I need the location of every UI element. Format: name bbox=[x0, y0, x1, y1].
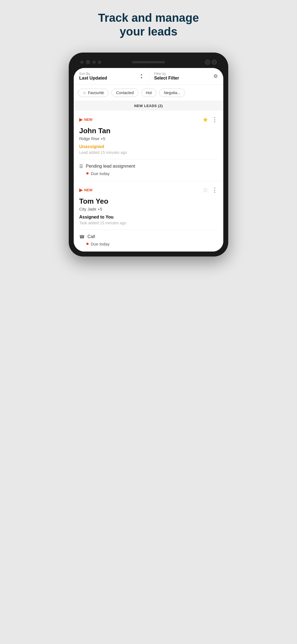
filter-by-label: Filter by bbox=[154, 72, 179, 76]
new-leads-header: NEW LEADS (2) bbox=[74, 101, 223, 111]
star-icon: ☆ bbox=[83, 91, 86, 95]
speaker-bar bbox=[132, 61, 165, 63]
tag-contacted[interactable]: Contacted bbox=[111, 89, 138, 97]
sort-arrows-icon: ▲ ▼ bbox=[140, 73, 143, 79]
task-label-2: Call bbox=[87, 234, 95, 239]
due-row-2: Due today bbox=[86, 242, 218, 246]
lead-task: ☰ Pending lead assignment Due today bbox=[79, 159, 218, 181]
phone-notch bbox=[74, 58, 223, 68]
lead-card-actions-2: ☆ ⋮ bbox=[202, 187, 218, 194]
lead-name-2: Tom Yeo bbox=[79, 197, 218, 206]
filter-icon: ⚙ bbox=[213, 73, 218, 79]
due-text: Due today bbox=[91, 171, 109, 176]
due-text-2: Due today bbox=[91, 242, 109, 246]
notch-dot-2 bbox=[86, 60, 90, 64]
phone-frame: Sort By Last Updated ▲ ▼ Filter by Selec… bbox=[69, 53, 228, 256]
lead-card-actions: ★ ⋮ bbox=[202, 116, 218, 123]
tags-row: ☆ Favourite Contacted Hot Negotia... bbox=[74, 85, 223, 101]
phone-screen: Sort By Last Updated ▲ ▼ Filter by Selec… bbox=[74, 68, 223, 252]
sort-value: Last Updated bbox=[79, 76, 107, 81]
notch-dot-3 bbox=[92, 61, 96, 64]
badge-arrow-icon: ▶ bbox=[79, 117, 82, 122]
lead-project: Ridge Rise +5 bbox=[79, 136, 218, 141]
lead-status-label: NEW bbox=[84, 118, 92, 122]
task-row: ☰ Pending lead assignment bbox=[79, 164, 218, 169]
task-label: Pending lead assignment bbox=[86, 164, 135, 169]
lead-card-tom-yeo[interactable]: ▶ NEW ☆ ⋮ Tom Yeo City Jade +5 Assigned … bbox=[74, 181, 223, 252]
tag-hot[interactable]: Hot bbox=[141, 89, 156, 97]
project-plus-count: +5 bbox=[101, 136, 105, 141]
lead-card-top: ▶ NEW ★ ⋮ bbox=[79, 116, 218, 123]
tag-favourite[interactable]: ☆ Favourite bbox=[78, 89, 109, 97]
project-name-2: City Jade bbox=[79, 207, 97, 211]
filter-value: Select Filter bbox=[154, 76, 179, 81]
lead-task-2: ☎ Call Due today bbox=[79, 230, 218, 251]
tag-favourite-label: Favourite bbox=[88, 91, 104, 95]
task-list-icon: ☰ bbox=[79, 164, 83, 169]
sort-section[interactable]: Sort By Last Updated ▲ ▼ bbox=[74, 68, 149, 84]
tag-contacted-label: Contacted bbox=[116, 91, 134, 95]
more-options-button[interactable]: ⋮ bbox=[212, 116, 218, 123]
filter-section[interactable]: Filter by Select Filter ⚙ bbox=[149, 68, 224, 84]
lead-assignment: Unassigned bbox=[79, 144, 218, 149]
favourite-button-2[interactable]: ☆ bbox=[202, 187, 208, 193]
sort-filter-bar: Sort By Last Updated ▲ ▼ Filter by Selec… bbox=[74, 68, 223, 85]
call-icon: ☎ bbox=[79, 234, 85, 239]
due-row: Due today bbox=[86, 171, 218, 176]
tag-negotiating[interactable]: Negotia... bbox=[159, 89, 185, 97]
notch-dot-4 bbox=[98, 61, 101, 64]
lead-project-2: City Jade +5 bbox=[79, 207, 218, 211]
more-options-button-2[interactable]: ⋮ bbox=[212, 187, 218, 194]
due-dot-icon-2 bbox=[86, 243, 89, 245]
lead-status-badge: ▶ NEW bbox=[79, 117, 92, 122]
tag-hot-label: Hot bbox=[146, 91, 152, 95]
favourite-button[interactable]: ★ bbox=[202, 116, 208, 123]
front-camera bbox=[205, 60, 210, 65]
tag-negotiating-label: Negotia... bbox=[164, 91, 180, 95]
badge-arrow-icon-2: ▶ bbox=[79, 187, 82, 193]
lead-time-2: Task added 15 minutes ago bbox=[79, 221, 218, 225]
task-row-2: ☎ Call bbox=[79, 234, 218, 239]
sort-by-label: Sort By bbox=[79, 72, 107, 76]
lead-time: Lead added 15 minutes ago bbox=[79, 150, 218, 155]
lead-card-top-2: ▶ NEW ☆ ⋮ bbox=[79, 187, 218, 194]
lead-status-label-2: NEW bbox=[84, 188, 92, 192]
page-title: Track and manage your leads bbox=[98, 11, 199, 39]
project-name: Ridge Rise bbox=[79, 136, 99, 141]
lead-assignment-2: Assigned to You bbox=[79, 215, 218, 220]
lead-status-badge-2: ▶ NEW bbox=[79, 187, 92, 193]
notch-dot-1 bbox=[80, 61, 84, 64]
due-dot-icon bbox=[86, 172, 89, 174]
project-plus-count-2: +5 bbox=[98, 207, 102, 211]
lead-card-john-tan[interactable]: ▶ NEW ★ ⋮ John Tan Ridge Rise +5 Unassig… bbox=[74, 111, 223, 181]
lead-name: John Tan bbox=[79, 127, 218, 135]
front-camera-2 bbox=[212, 60, 217, 65]
